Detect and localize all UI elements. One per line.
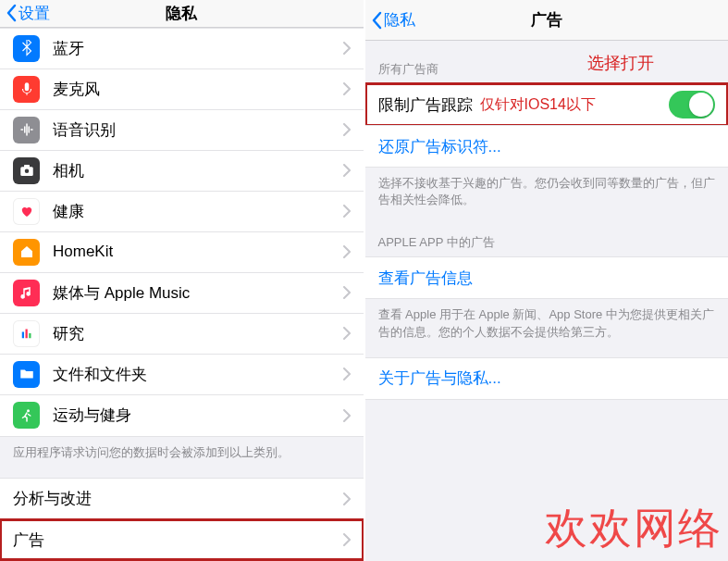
row-label: 运动与健身 (53, 405, 343, 426)
row-research[interactable]: 研究 (0, 314, 364, 355)
section2-footer: 查看 Apple 用于在 Apple 新闻、App Store 中为您提供更相关… (365, 299, 729, 356)
section-header-all-advertisers: 所有广告商 (365, 41, 729, 83)
chevron-right-icon (343, 492, 351, 505)
motion-icon (13, 402, 40, 429)
navbar-left: 设置 隐私 (0, 0, 364, 28)
music-icon (13, 280, 40, 306)
about-ads-privacy-link[interactable]: 关于广告与隐私... (365, 358, 729, 399)
section-header-apple-ads: APPLE APP 中的广告 (365, 225, 729, 256)
chevron-right-icon (343, 42, 351, 55)
chevron-right-icon (343, 409, 351, 422)
limit-ad-tracking-row[interactable]: 限制广告跟踪 仅针对IOS14以下 (365, 83, 729, 126)
row-motion[interactable]: 运动与健身 (0, 395, 364, 436)
view-ad-info-link[interactable]: 查看广告信息 (365, 257, 729, 298)
privacy-list-2: 分析与改进 广告 (0, 478, 364, 561)
row-label: 广告 (13, 530, 343, 551)
camera-icon (13, 157, 40, 184)
navbar-right: 隐私 广告 (365, 0, 729, 41)
homekit-icon (13, 239, 40, 266)
chevron-left-icon (6, 4, 17, 22)
back-button-privacy[interactable]: 隐私 (365, 9, 415, 31)
advertising-settings-screen: 隐私 广告 选择打开 所有广告商 限制广告跟踪 仅针对IOS14以下 还原广告标… (365, 0, 729, 561)
row-label: 健康 (53, 201, 343, 222)
folder-icon (13, 361, 40, 388)
bluetooth-icon (13, 35, 40, 62)
annotation-open: 选择打开 (587, 52, 654, 74)
chevron-right-icon (343, 533, 351, 546)
row-label: 蓝牙 (53, 38, 343, 59)
row-label: 相机 (53, 160, 343, 181)
link-label: 查看广告信息 (378, 268, 716, 289)
toggle-label: 限制广告跟踪 (378, 94, 473, 116)
row-microphone[interactable]: 麦克风 (0, 69, 364, 110)
view-ad-info-list: 查看广告信息 (365, 256, 729, 299)
privacy-list: 蓝牙 麦克风 语音识别 相机 健康 (0, 28, 364, 437)
svg-rect-3 (24, 165, 30, 168)
row-files[interactable]: 文件和文件夹 (0, 355, 364, 395)
svg-rect-0 (24, 83, 29, 92)
row-advertising[interactable]: 广告 (0, 519, 364, 560)
reset-ad-id-link[interactable]: 还原广告标识符... (365, 126, 729, 167)
chevron-right-icon (343, 368, 351, 380)
svg-point-7 (27, 409, 30, 412)
row-camera[interactable]: 相机 (0, 151, 364, 192)
row-label: 研究 (53, 323, 343, 344)
row-label: HomeKit (53, 243, 343, 261)
about-ads-list: 关于广告与隐私... (365, 357, 729, 400)
privacy-footer-note: 应用程序请求访问您的数据时会被添加到以上类别。 (0, 437, 364, 478)
row-label: 文件和文件夹 (53, 364, 343, 385)
back-button-settings[interactable]: 设置 (0, 3, 50, 24)
chevron-right-icon (343, 205, 351, 218)
row-homekit[interactable]: HomeKit (0, 232, 364, 273)
chevron-right-icon (343, 82, 351, 95)
chevron-right-icon (343, 286, 351, 299)
microphone-icon (13, 76, 40, 103)
row-analytics[interactable]: 分析与改进 (0, 479, 364, 519)
back-label: 隐私 (384, 9, 415, 31)
chevron-right-icon (343, 123, 351, 136)
section1-footer: 选择不接收基于兴趣的广告。您仍会收到同等数量的广告，但广告相关性会降低。 (365, 168, 729, 225)
svg-point-2 (24, 169, 29, 174)
row-bluetooth[interactable]: 蓝牙 (0, 29, 364, 69)
svg-rect-5 (25, 330, 27, 339)
page-title-left: 隐私 (0, 3, 364, 24)
svg-rect-6 (29, 333, 31, 338)
chevron-left-icon (371, 11, 382, 30)
page-title-right: 广告 (365, 9, 729, 31)
row-health[interactable]: 健康 (0, 192, 364, 232)
reset-id-list: 还原广告标识符... (365, 125, 729, 168)
svg-rect-4 (21, 332, 23, 339)
health-icon (13, 198, 40, 225)
speech-icon (13, 117, 40, 143)
row-label: 分析与改进 (13, 488, 343, 509)
row-media[interactable]: 媒体与 Apple Music (0, 273, 364, 314)
research-icon (13, 320, 40, 347)
chevron-right-icon (343, 327, 351, 340)
limit-ad-tracking-toggle[interactable] (669, 91, 715, 118)
chevron-right-icon (343, 245, 351, 258)
row-label: 麦克风 (53, 79, 343, 100)
chevron-right-icon (343, 164, 351, 177)
link-label: 关于广告与隐私... (378, 368, 716, 389)
link-label: 还原广告标识符... (378, 136, 716, 157)
privacy-settings-screen: 设置 隐私 蓝牙 麦克风 语音识别 相机 (0, 0, 365, 561)
back-label: 设置 (19, 3, 50, 24)
row-label: 语音识别 (53, 119, 343, 141)
row-label: 媒体与 Apple Music (53, 282, 343, 304)
row-speech[interactable]: 语音识别 (0, 110, 364, 151)
annotation-ios14: 仅针对IOS14以下 (480, 95, 670, 115)
